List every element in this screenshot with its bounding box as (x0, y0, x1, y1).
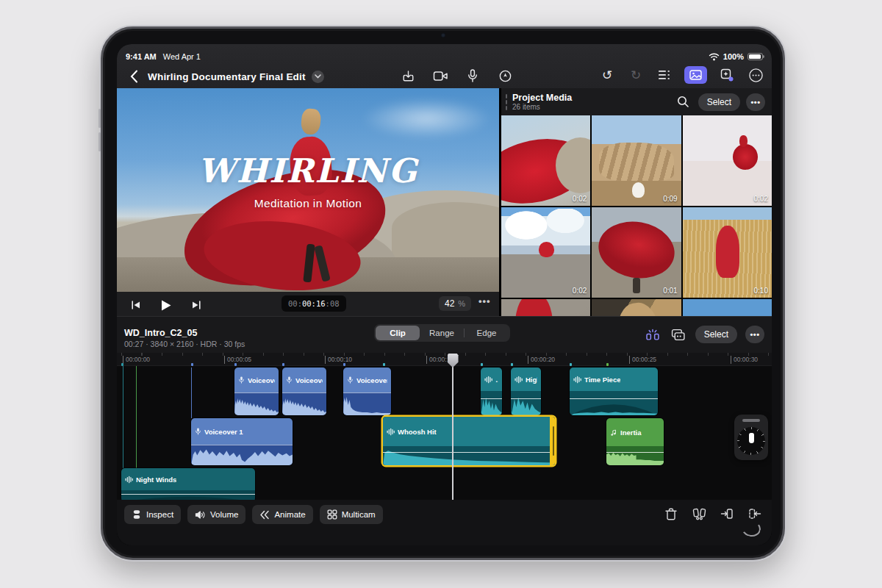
ruler-clip-marker (481, 363, 483, 366)
effects-browser-icon[interactable] (718, 66, 736, 84)
playhead-line[interactable] (452, 356, 453, 500)
undo-icon[interactable]: ↺ (598, 66, 616, 84)
timeline-clip[interactable]: High… (511, 368, 541, 415)
volume-button[interactable]: Volume (187, 505, 245, 524)
timeline-clip[interactable]: Voiceover 2 (234, 368, 279, 415)
jog-wheel-pointer (749, 433, 754, 443)
media-browser-icon[interactable] (684, 66, 707, 84)
mode-segment-clip[interactable]: Clip (376, 326, 420, 340)
microphone-icon[interactable] (464, 67, 481, 85)
panel-resize-handle[interactable] (506, 94, 507, 110)
thumbnail-art (614, 300, 664, 316)
media-thumbnail[interactable]: 0:02 (501, 207, 590, 298)
clip-name: Night Winds (136, 476, 176, 484)
microphone-icon (238, 376, 245, 384)
multicam-button[interactable]: Multicam (320, 505, 383, 524)
thumbnail-duration: 0:02 (573, 287, 587, 295)
ruler-label: 00:00:25 (629, 356, 656, 364)
timeline-clip[interactable]: Voiceover 3 (343, 368, 391, 415)
clip-title-bar: Voiceover 2 (234, 368, 279, 392)
camera-icon[interactable] (431, 67, 449, 85)
timeline-clip[interactable]: … (481, 368, 502, 415)
timecode-hours: 00: (288, 299, 302, 308)
overwrite-clip-icon[interactable] (747, 506, 763, 522)
media-thumbnail[interactable] (683, 299, 772, 316)
ruler-label: 00:00:20 (528, 356, 555, 364)
ruler-clip-marker (234, 363, 237, 366)
waveform-icon (125, 476, 133, 484)
ruler-clip-marker (606, 363, 609, 366)
media-thumbnail[interactable] (592, 299, 681, 316)
timeline-ruler[interactable]: 00:00:0000:00:0500:00:1000:00:1500:00:20… (117, 353, 772, 366)
clip-waveform (383, 446, 555, 465)
wifi-icon (709, 52, 720, 61)
import-icon[interactable] (399, 67, 417, 85)
clip-name: … (495, 376, 498, 384)
media-thumbnail[interactable]: 0:01 (592, 207, 681, 298)
thumbnail-art (716, 226, 740, 278)
media-select-button[interactable]: Select (698, 93, 740, 111)
battery-icon (747, 53, 763, 61)
trim-handle[interactable] (550, 417, 555, 465)
skip-back-icon[interactable] (127, 296, 145, 314)
media-thumbnail[interactable]: 0:09 (592, 115, 681, 206)
thumbnail-art (594, 215, 679, 284)
inspect-icon (132, 509, 142, 520)
viewer-zoom-control[interactable]: 42 % (439, 296, 471, 311)
split-clip-icon[interactable] (691, 506, 707, 522)
ruler-clip-marker (121, 363, 123, 366)
list-view-icon[interactable] (656, 66, 673, 84)
thumbnail-art (515, 299, 553, 316)
play-button[interactable] (157, 296, 175, 314)
clip-waveform (343, 392, 391, 415)
media-thumbnail[interactable]: 0:02 (501, 115, 590, 206)
viewer-more-button[interactable]: ••• (478, 295, 491, 306)
timeline-clip[interactable]: Voiceover 2 (282, 368, 326, 415)
back-button[interactable] (126, 68, 142, 85)
delete-icon[interactable] (663, 506, 679, 522)
jog-wheel[interactable] (734, 415, 768, 460)
volume-up-button (98, 109, 101, 128)
microphone-icon (195, 427, 201, 436)
annotate-icon[interactable] (496, 67, 514, 85)
ruler-label: 00:00:10 (325, 356, 352, 364)
skip-forward-icon[interactable] (187, 296, 205, 314)
mode-segment-range[interactable]: Range (420, 326, 464, 340)
timeline-select-button[interactable]: Select (695, 326, 737, 343)
timeline-clip[interactable]: Inertia (606, 418, 664, 465)
jog-wheel-grip[interactable] (742, 419, 760, 422)
clip-title-bar: Voiceover 2 (282, 368, 326, 392)
timecode-display[interactable]: 00:00:16:08 (282, 295, 346, 312)
timeline-clip[interactable]: Night Winds (121, 468, 255, 502)
media-more-button[interactable]: ••• (746, 93, 765, 111)
music-note-icon (610, 429, 617, 437)
timeline-more-button[interactable]: ••• (745, 326, 764, 343)
clip-waveform (570, 391, 658, 415)
clip-waveform (606, 446, 664, 465)
timeline-clip[interactable]: Whoosh Hit (383, 417, 555, 465)
inspect-button[interactable]: Inspect (124, 505, 181, 524)
snapping-icon[interactable] (644, 326, 662, 343)
clip-appearance-icon[interactable] (670, 326, 687, 343)
search-icon[interactable] (675, 93, 692, 111)
project-media-header: Project Media 26 items Select ••• (501, 88, 772, 115)
animate-button[interactable]: Animate (252, 505, 312, 524)
media-thumbnail[interactable]: 0:10 (683, 207, 772, 298)
thumbnail-duration: 0:09 (663, 195, 677, 203)
timeline-clip-info: 00:27 · 3840 × 2160 · HDR · 30 fps (124, 340, 245, 348)
clip-title-bar: … (481, 368, 502, 391)
redo-icon[interactable]: ↻ (627, 66, 645, 84)
clip-name: Inertia (620, 429, 642, 437)
waveform-icon (484, 376, 492, 384)
media-thumbnail[interactable]: 0:02 (683, 115, 772, 206)
project-menu-button[interactable] (312, 71, 324, 83)
timeline-clip[interactable]: Voiceover 1 (191, 418, 293, 465)
timeline-clip[interactable]: Time Piece (570, 368, 658, 415)
mode-segment-edge[interactable]: Edge (465, 326, 509, 340)
more-icon[interactable] (747, 66, 764, 84)
timecode-frames: :08 (326, 299, 340, 308)
insert-clip-icon[interactable] (719, 506, 735, 522)
media-thumbnail[interactable] (501, 299, 590, 316)
transport-bar: 00:00:16:08 42 % ••• (117, 292, 499, 316)
toolbar-button-label: Animate (274, 510, 305, 519)
